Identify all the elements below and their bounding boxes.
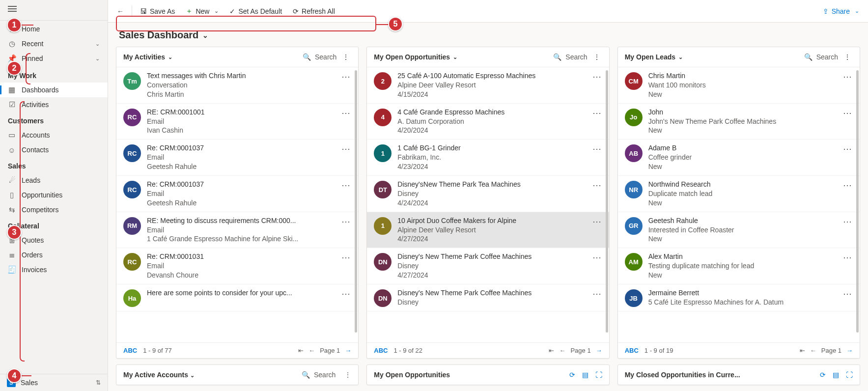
panel-search[interactable]: 🔍Search⋮ — [302, 371, 351, 379]
panel-search[interactable]: 🔍Search — [303, 53, 336, 61]
panel-body[interactable]: CMChris MartinWant 100 monitorsNew⋯JoJoh… — [618, 67, 860, 342]
first-page-icon[interactable]: ⇤ — [800, 347, 805, 354]
scrollbar[interactable] — [355, 70, 357, 333]
nav-orders[interactable]: ≣Orders — [0, 248, 108, 262]
abc-button[interactable]: ABC — [625, 347, 639, 354]
new-button[interactable]: ＋New⌄ — [181, 4, 224, 19]
row-more-icon[interactable]: ⋯ — [842, 288, 853, 299]
row-more-icon[interactable]: ⋯ — [591, 71, 602, 82]
refresh-button[interactable]: ⟳Refresh All — [288, 4, 340, 18]
first-page-icon[interactable]: ⇤ — [298, 347, 304, 354]
row-more-icon[interactable]: ⋯ — [340, 71, 351, 82]
list-item[interactable]: RCRe: CRM:0001037EmailGeetesh Rahule⋯ — [116, 140, 358, 176]
list-item[interactable]: 11 Café BG-1 GrinderFabrikam, Inc.4/23/2… — [367, 140, 609, 176]
list-item[interactable]: 44 Café Grande Espresso MachinesA. Datum… — [367, 104, 609, 140]
area-label: Sales — [21, 379, 38, 387]
more-vertical-icon[interactable]: ⋮ — [344, 371, 351, 379]
next-page-icon[interactable]: → — [345, 347, 351, 354]
row-more-icon[interactable]: ⋯ — [591, 252, 602, 263]
list-item[interactable]: RCRE: CRM:0001001EmailIvan Cashin⋯ — [116, 104, 358, 140]
list-item[interactable]: 225 Café A-100 Automatic Espresso Machin… — [367, 67, 609, 104]
list-item[interactable]: HaHere are some points to consider for y… — [116, 284, 358, 311]
hamburger-icon[interactable] — [8, 6, 17, 13]
back-button[interactable]: ← — [112, 4, 129, 18]
panel-search[interactable]: 🔍Search — [553, 53, 587, 61]
row-more-icon[interactable]: ⋯ — [591, 108, 602, 118]
row-more-icon[interactable]: ⋯ — [340, 180, 351, 191]
prev-page-icon[interactable]: ← — [559, 347, 565, 354]
panel2-title[interactable]: My Active Accounts ⌄ — [123, 371, 302, 379]
row-more-icon[interactable]: ⋯ — [591, 180, 602, 191]
nav-contacts[interactable]: ☺Contacts — [0, 142, 108, 157]
list-item[interactable]: AMAlex MartinTesting duplicate matching … — [618, 248, 860, 284]
refresh-icon[interactable]: ⟳ — [820, 371, 826, 379]
row-more-icon[interactable]: ⋯ — [340, 143, 351, 154]
prev-page-icon[interactable]: ← — [308, 347, 315, 354]
panel-title[interactable]: My Open Leads⌄ — [625, 53, 683, 61]
panel-title[interactable]: My Open Opportunities⌄ — [374, 53, 457, 61]
next-page-icon[interactable]: → — [846, 347, 853, 354]
panel-more[interactable]: ⋮ — [842, 53, 853, 61]
panel-more[interactable]: ⋮ — [340, 53, 351, 61]
list-item[interactable]: GRGeetesh RahuleInterested in Coffee Roa… — [618, 212, 860, 249]
list-item[interactable]: RCRe: CRM:0001037EmailGeetesh Rahule⋯ — [116, 176, 358, 212]
nav-invoices[interactable]: 🧾Invoices — [0, 262, 108, 277]
list-item[interactable]: RCRe: CRM:0001031EmailDevansh Choure⋯ — [116, 248, 358, 284]
row-more-icon[interactable]: ⋯ — [591, 216, 602, 227]
list-item[interactable]: JBJermaine Berrett5 Café Lite Espresso M… — [618, 284, 860, 311]
panel-search[interactable]: 🔍Search — [804, 53, 838, 61]
scrollbar[interactable] — [606, 70, 608, 333]
expand-icon[interactable]: ⛶ — [846, 371, 853, 379]
records-icon[interactable]: ▤ — [833, 371, 839, 379]
scrollbar[interactable] — [856, 70, 859, 333]
page-title[interactable]: Sales Dashboard⌄ — [119, 29, 857, 41]
row-more-icon[interactable]: ⋯ — [842, 216, 853, 227]
panel-body[interactable]: 225 Café A-100 Automatic Espresso Machin… — [367, 67, 609, 342]
records-icon[interactable]: ▤ — [582, 371, 588, 379]
share-button[interactable]: ⇪Share⌄ — [818, 4, 864, 18]
nav-activities[interactable]: ☑Activities — [0, 97, 108, 112]
nav-accounts[interactable]: ▭Accounts — [0, 128, 108, 142]
row-more-icon[interactable]: ⋯ — [842, 108, 853, 118]
abc-button[interactable]: ABC — [123, 347, 137, 354]
nav-competitors[interactable]: ⇆Competitors — [0, 202, 108, 217]
row-more-icon[interactable]: ⋯ — [340, 216, 351, 227]
expand-icon[interactable]: ⛶ — [595, 371, 602, 379]
row-more-icon[interactable]: ⋯ — [340, 288, 351, 299]
abc-button[interactable]: ABC — [374, 347, 388, 354]
row-l2: Email — [147, 117, 335, 126]
row-more-icon[interactable]: ⋯ — [340, 108, 351, 118]
row-more-icon[interactable]: ⋯ — [842, 180, 853, 191]
refresh-icon[interactable]: ⟳ — [569, 371, 575, 379]
row-more-icon[interactable]: ⋯ — [842, 252, 853, 263]
list-item[interactable]: RMRE: Meeting to discuss requirements CR… — [116, 212, 358, 249]
list-item[interactable]: ABAdame BCoffee grinderNew⋯ — [618, 140, 860, 176]
list-item[interactable]: JoJohnJohn's New Theme Park Coffee Machi… — [618, 104, 860, 140]
nav-dashboards[interactable]: ▦Dashboards — [0, 83, 108, 97]
nav-leads[interactable]: ☄Leads — [0, 173, 108, 188]
list-item[interactable]: 110 Airpot Duo Coffee Makers for AlpineA… — [367, 212, 609, 249]
list-item[interactable]: DNDisney's New Theme Park Coffee Machine… — [367, 284, 609, 311]
row-more-icon[interactable]: ⋯ — [591, 143, 602, 154]
nav-opportunities[interactable]: ▯Opportunities — [0, 188, 108, 202]
list-item[interactable]: TmText messages with Chris MartinConvers… — [116, 67, 358, 104]
first-page-icon[interactable]: ⇤ — [549, 347, 554, 354]
list-item[interactable]: NRNorthwind ResearchDuplicate match lead… — [618, 176, 860, 212]
set-default-button[interactable]: ✓Set As Default — [224, 4, 287, 18]
avatar: 4 — [374, 109, 392, 126]
row-more-icon[interactable]: ⋯ — [591, 288, 602, 299]
panel-title[interactable]: My Activities⌄ — [123, 53, 172, 61]
row-l2: Email — [147, 189, 335, 198]
row-more-icon[interactable]: ⋯ — [842, 71, 853, 82]
panel-body[interactable]: TmText messages with Chris MartinConvers… — [116, 67, 358, 342]
row-more-icon[interactable]: ⋯ — [340, 252, 351, 263]
list-item[interactable]: CMChris MartinWant 100 monitorsNew⋯ — [618, 67, 860, 104]
next-page-icon[interactable]: → — [596, 347, 602, 354]
list-item[interactable]: DNDisney's New Theme Park Coffee Machine… — [367, 248, 609, 284]
panel-more[interactable]: ⋮ — [591, 53, 602, 61]
row-more-icon[interactable]: ⋯ — [842, 143, 853, 154]
prev-page-icon[interactable]: ← — [810, 347, 816, 354]
list-item[interactable]: DTDisney'sNew Theme Park Tea MachinesDis… — [367, 176, 609, 212]
nav-recent[interactable]: ◷Recent⌄ — [0, 36, 108, 51]
save-as-button[interactable]: 🖫Save As — [135, 4, 180, 18]
